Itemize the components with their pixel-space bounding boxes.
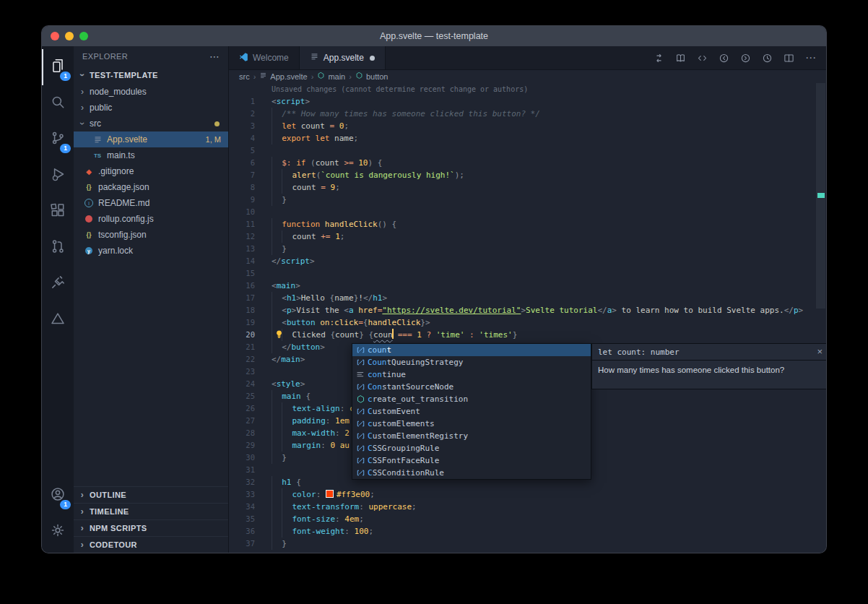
zoom-button[interactable] <box>79 32 88 40</box>
code-line[interactable]: 14</script> <box>229 255 826 267</box>
activity-bar-remote-explorer[interactable] <box>42 266 74 302</box>
code-line-content[interactable] <box>255 206 826 218</box>
code-line[interactable]: 34text-transform: uppercase; <box>229 501 826 513</box>
activity-bar-accounts[interactable]: 1 <box>42 478 74 514</box>
suggest-item-countqueuingstrategy[interactable]: CountQueuingStrategy <box>352 356 591 368</box>
code-line[interactable]: 37} <box>229 538 826 550</box>
section-header-test-template[interactable]: › TEST-TEMPLATE <box>74 66 228 84</box>
panel-header-timeline[interactable]: ›TIMELINE <box>74 503 228 519</box>
close-button[interactable] <box>51 32 59 40</box>
gitlens-compare-icon[interactable] <box>654 53 664 64</box>
more-actions-icon[interactable]: ⋯ <box>805 51 816 64</box>
activity-bar-extensions[interactable] <box>42 194 74 230</box>
code-line-content[interactable]: $: if (count >= 10) { <box>255 157 826 169</box>
code-line[interactable]: 12count += 1; <box>229 230 826 243</box>
code-line[interactable]: 11function handleClick() { <box>229 218 826 230</box>
code-line-content[interactable]: alert(`count is dangerously high!`); <box>255 169 826 181</box>
suggest-item-constantsourcenode[interactable]: ConstantSourceNode <box>352 381 591 393</box>
tree-item-src[interactable]: ›src <box>74 116 228 131</box>
panel-header-npm-scripts[interactable]: ›NPM SCRIPTS <box>74 519 228 536</box>
code-line-content[interactable]: </script> <box>255 255 826 267</box>
lightbulb-icon[interactable] <box>274 329 285 343</box>
tab-welcome[interactable]: Welcome <box>229 46 300 69</box>
tree-item-tsconfig-json[interactable]: {}tsconfig.json <box>74 227 228 243</box>
suggest-item-cssgroupingrule[interactable]: CSSGroupingRule <box>352 442 591 454</box>
breadcrumb-item-button[interactable]: button <box>355 72 389 81</box>
tab-app-svelte[interactable]: App.svelte <box>300 46 386 69</box>
code-line[interactable]: 2/** How many times has someone clicked … <box>229 108 826 120</box>
code-line[interactable]: 33color: #ff3e00; <box>229 488 826 501</box>
breadcrumb-item-app-svelte[interactable]: App.svelte <box>259 72 307 81</box>
suggest-item-customevent[interactable]: CustomEvent <box>352 405 591 418</box>
code-line-content[interactable]: } <box>255 194 826 206</box>
code-line-content[interactable] <box>255 144 826 157</box>
code-line[interactable]: 16<main> <box>229 280 826 292</box>
activity-bar-source-control[interactable]: 1 <box>42 121 74 158</box>
split-editor-icon[interactable] <box>784 53 794 64</box>
minimize-button[interactable] <box>65 32 74 40</box>
code-line-content[interactable]: /** How many times has someone clicked t… <box>255 108 826 120</box>
breadcrumb-item-main[interactable]: main <box>317 72 345 81</box>
code-line-content[interactable]: export let name; <box>255 132 826 144</box>
code-line-content[interactable]: color: #ff3e00; <box>255 488 826 501</box>
code-line[interactable]: 18<p>Visit the <a href="https://svelte.d… <box>229 304 826 316</box>
code-line[interactable]: 36font-weight: 100; <box>229 525 826 538</box>
open-changes-icon[interactable] <box>697 53 708 64</box>
code-line-content[interactable]: <script> <box>255 95 826 108</box>
color-swatch[interactable] <box>326 490 334 498</box>
code-line[interactable]: 19<button on:click={handleClick}> <box>229 316 826 329</box>
navigate-back-icon[interactable] <box>719 53 729 64</box>
code-line[interactable]: 5 <box>229 144 826 157</box>
activity-bar-explorer[interactable]: 1 <box>42 49 74 85</box>
panel-header-outline[interactable]: ›OUTLINE <box>74 486 228 503</box>
code-line-content[interactable]: font-size: 4em; <box>255 513 826 525</box>
code-line[interactable]: 17<h1>Hello {name}!</h1> <box>229 292 826 304</box>
file-history-icon[interactable] <box>762 53 773 64</box>
suggest-item-customelementregistry[interactable]: CustomElementRegistry <box>352 430 591 442</box>
activity-bar-settings[interactable] <box>42 514 74 550</box>
code-editor[interactable]: Unsaved changes (cannot determine recent… <box>229 83 826 553</box>
tree-item-package-json[interactable]: {}package.json <box>74 179 228 195</box>
suggest-item-count[interactable]: count <box>352 344 591 356</box>
code-line-content[interactable]: count += 1; <box>255 230 826 243</box>
code-line-content[interactable] <box>255 267 826 280</box>
code-line-content[interactable]: Clicked {count} {coun === 1 ? 'time' : '… <box>255 329 826 341</box>
tree-item-readme-md[interactable]: iREADME.md <box>74 195 228 211</box>
tree-item-app-svelte[interactable]: App.svelte1, M <box>74 131 228 147</box>
codelens-text[interactable]: Unsaved changes (cannot determine recent… <box>272 85 528 93</box>
panel-header-codetour[interactable]: ›CODETOUR <box>74 536 228 553</box>
code-line-content[interactable]: count = 9; <box>255 181 826 194</box>
tree-item-main-ts[interactable]: TSmain.ts <box>74 147 228 163</box>
code-line-content[interactable]: <p>Visit the <a href="https://svelte.dev… <box>255 304 826 316</box>
activity-bar-github-pull-requests[interactable] <box>42 230 74 266</box>
titlebar[interactable]: App.svelte — test-template <box>42 26 826 47</box>
code-line-content[interactable]: <button on:click={handleClick}> <box>255 316 826 329</box>
suggest-item-cssfontfacerule[interactable]: CSSFontFaceRule <box>352 454 591 467</box>
suggest-item-customelements[interactable]: customElements <box>352 418 591 430</box>
code-line[interactable]: 1<script> <box>229 95 826 108</box>
editor-scrollbar[interactable] <box>815 83 826 553</box>
code-line[interactable]: 15 <box>229 267 826 280</box>
code-line-content[interactable]: <main> <box>255 280 826 292</box>
activity-bar-run-and-debug[interactable] <box>42 158 74 194</box>
code-line[interactable]: 10 <box>229 206 826 218</box>
code-line-content[interactable]: } <box>255 538 826 550</box>
code-line[interactable]: 3let count = 0; <box>229 120 826 132</box>
code-line-content[interactable]: font-weight: 100; <box>255 525 826 538</box>
suggest-item-cssconditionrule[interactable]: CSSConditionRule <box>352 467 591 479</box>
explorer-more-actions-icon[interactable]: ⋯ <box>209 51 220 62</box>
code-line[interactable]: 7alert(`count is dangerously high!`); <box>229 169 826 181</box>
close-icon[interactable]: × <box>817 346 823 357</box>
code-line[interactable]: 35font-size: 4em; <box>229 513 826 525</box>
tree-item-public[interactable]: ›public <box>74 100 228 116</box>
tree-item-rollup-config-js[interactable]: rollup.config.js <box>74 211 228 227</box>
code-line[interactable]: 9} <box>229 194 826 206</box>
code-line-content[interactable]: text-transform: uppercase; <box>255 501 826 513</box>
code-line[interactable]: 4export let name; <box>229 132 826 144</box>
code-line-content[interactable]: let count = 0; <box>255 120 826 132</box>
code-line[interactable]: 6$: if (count >= 10) { <box>229 157 826 169</box>
suggest-item-continue[interactable]: continue <box>352 368 591 381</box>
activity-bar-search[interactable] <box>42 85 74 121</box>
code-line[interactable]: 13} <box>229 243 826 255</box>
code-line[interactable]: 8count = 9; <box>229 181 826 194</box>
